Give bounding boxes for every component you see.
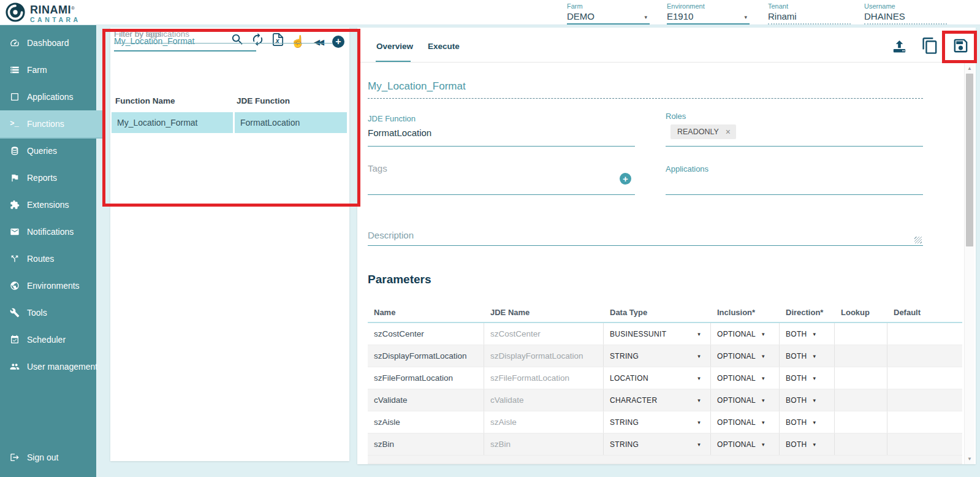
selector-label: Environment bbox=[667, 2, 750, 10]
direction-select[interactable]: BOTH ▾ bbox=[780, 367, 835, 389]
dropdown-arrow-icon: ▾ bbox=[813, 441, 816, 448]
inclusion-select[interactable]: OPTIONAL ▾ bbox=[711, 389, 780, 411]
default-cell[interactable] bbox=[887, 389, 962, 411]
toolbar-button-upload[interactable] bbox=[889, 37, 909, 57]
textarea-resize-handle[interactable] bbox=[914, 237, 922, 243]
function-list-header: Function Name JDE Function bbox=[110, 96, 349, 111]
scrollbar-thumb[interactable] bbox=[966, 74, 973, 246]
function-list-panel: x ☝ ◀◀ + Function N bbox=[110, 28, 349, 461]
sidebar-item-environments[interactable]: Environments bbox=[0, 272, 96, 299]
function-detail-panel: Overview Execute My_Location_Format bbox=[357, 28, 976, 464]
dropdown-arrow-icon: ▾ bbox=[762, 419, 765, 425]
selector-environment[interactable]: Environment E1910 ▾ bbox=[667, 2, 750, 23]
selector-value[interactable]: E1910 ▾ bbox=[667, 11, 750, 25]
description-field[interactable]: Description bbox=[368, 230, 923, 246]
sidebar-item-label: Scheduler bbox=[27, 335, 66, 345]
sidebar-item-functions[interactable]: >_ Functions bbox=[0, 110, 103, 137]
applications-field[interactable]: Applications bbox=[666, 163, 923, 195]
chip-remove-icon[interactable]: × bbox=[726, 128, 731, 136]
sidebar-item-queries[interactable]: Queries bbox=[0, 137, 96, 164]
add-tag-button[interactable]: + bbox=[620, 173, 631, 185]
sidebar-item-notifications[interactable]: Notifications bbox=[0, 218, 96, 245]
param-jde-name-cell: szAisle bbox=[484, 411, 604, 433]
roles-field[interactable]: Roles READONLY × bbox=[666, 112, 923, 147]
tags-field[interactable]: Tags + bbox=[368, 163, 635, 195]
inclusion-select[interactable]: OPTIONAL ▾ bbox=[711, 345, 780, 367]
table-row-partial bbox=[368, 456, 962, 464]
parameter-row-szfileformatlocation: szFileFormatLocation szFileFormatLocatio… bbox=[368, 367, 962, 389]
selector-tenant[interactable]: Tenant Rinami ▾ bbox=[768, 2, 851, 23]
selector-value[interactable]: DEMO ▾ bbox=[567, 11, 650, 25]
data-type-select[interactable]: LOCATION ▾ bbox=[604, 367, 711, 389]
selector-farm[interactable]: Farm DEMO ▾ bbox=[567, 2, 650, 23]
upload-icon bbox=[891, 37, 908, 58]
function-row-my-location-format[interactable]: My_Location_Format FormatLocation bbox=[112, 112, 348, 133]
lookup-cell[interactable] bbox=[835, 323, 887, 345]
data-type-select[interactable]: BUSINESSUNIT ▾ bbox=[604, 323, 711, 345]
users-icon bbox=[9, 362, 20, 372]
inclusion-select[interactable]: OPTIONAL ▾ bbox=[711, 367, 780, 389]
param-jde-name-cell: szCostCenter bbox=[484, 323, 604, 345]
sidebar-item-farm[interactable]: Farm bbox=[0, 56, 96, 83]
direction-select[interactable]: BOTH ▾ bbox=[780, 411, 835, 433]
dropdown-arrow-icon: ▾ bbox=[697, 331, 701, 337]
sidebar-item-tools[interactable]: Tools bbox=[0, 299, 96, 326]
direction-select[interactable]: BOTH ▾ bbox=[780, 345, 835, 367]
toolbar-button-copy[interactable] bbox=[920, 37, 940, 57]
envelope-icon bbox=[9, 227, 20, 237]
scroll-down-icon[interactable]: ▼ bbox=[967, 456, 972, 462]
data-type-select[interactable]: STRING ▾ bbox=[604, 411, 711, 433]
inclusion-select[interactable]: OPTIONAL ▾ bbox=[711, 411, 780, 433]
plus-circle-icon: + bbox=[620, 173, 631, 185]
inclusion-select[interactable]: OPTIONAL ▾ bbox=[711, 323, 780, 345]
sidebar-item-scheduler[interactable]: Scheduler bbox=[0, 326, 96, 353]
column-header-jde-name: JDE Name bbox=[484, 308, 604, 317]
column-header-lookup: Lookup bbox=[835, 308, 887, 317]
selector-value[interactable]: DHAINES ▾ bbox=[864, 11, 947, 25]
dropdown-arrow-icon: ▾ bbox=[762, 441, 765, 448]
lookup-cell[interactable] bbox=[835, 433, 887, 455]
toolbar-button-save[interactable] bbox=[951, 37, 970, 57]
sidebar-item-applications[interactable]: Applications bbox=[0, 83, 96, 110]
role-chip-readonly[interactable]: READONLY × bbox=[670, 124, 736, 139]
column-header-name: Name bbox=[368, 308, 484, 317]
sidebar-item-dashboard[interactable]: Dashboard bbox=[0, 29, 96, 56]
jde-function-value[interactable]: FormatLocation bbox=[368, 128, 635, 138]
tab-overview[interactable]: Overview bbox=[376, 42, 413, 51]
dropdown-arrow-icon: ▾ bbox=[813, 375, 816, 381]
default-cell[interactable] bbox=[887, 345, 962, 367]
parameters-table-body: szCostCenter szCostCenter BUSINESSUNIT ▾… bbox=[368, 323, 962, 456]
lookup-cell[interactable] bbox=[835, 367, 887, 389]
sidebar-item-reports[interactable]: Reports bbox=[0, 164, 96, 191]
default-cell[interactable] bbox=[887, 323, 962, 345]
data-type-select[interactable]: STRING ▾ bbox=[604, 345, 711, 367]
param-name-cell: szFileFormatLocation bbox=[368, 367, 484, 389]
jde-function-field[interactable]: JDE Function FormatLocation bbox=[368, 114, 635, 147]
scroll-up-icon[interactable]: ▲ bbox=[967, 66, 972, 71]
sidebar-item-extensions[interactable]: Extensions bbox=[0, 191, 96, 218]
lookup-cell[interactable] bbox=[835, 389, 887, 411]
inclusion-select[interactable]: OPTIONAL ▾ bbox=[711, 433, 780, 455]
selector-username[interactable]: Username DHAINES ▾ bbox=[864, 2, 947, 23]
default-cell[interactable] bbox=[887, 367, 962, 389]
tab-execute[interactable]: Execute bbox=[428, 42, 460, 51]
dropdown-arrow-icon: ▾ bbox=[697, 375, 701, 381]
direction-select[interactable]: BOTH ▾ bbox=[780, 323, 835, 345]
sidebar-item-label: Queries bbox=[27, 146, 57, 156]
direction-select[interactable]: BOTH ▾ bbox=[780, 389, 835, 411]
data-type-select[interactable]: CHARACTER ▾ bbox=[604, 389, 711, 411]
selector-value[interactable]: Rinami ▾ bbox=[768, 11, 851, 25]
sidebar-item-user-management[interactable]: User management bbox=[0, 353, 96, 380]
filter-input[interactable] bbox=[114, 28, 332, 44]
toolbar-button-add[interactable]: + bbox=[330, 32, 347, 50]
lookup-cell[interactable] bbox=[835, 345, 887, 367]
direction-select[interactable]: BOTH ▾ bbox=[780, 433, 835, 455]
sidebar-item-routes[interactable]: Routes bbox=[0, 245, 96, 272]
vertical-scrollbar[interactable]: ▲ ▼ bbox=[964, 63, 974, 464]
lookup-cell[interactable] bbox=[835, 411, 887, 433]
data-type-select[interactable]: STRING ▾ bbox=[604, 433, 711, 455]
sidebar-item-label: Environments bbox=[27, 281, 80, 291]
default-cell[interactable] bbox=[887, 433, 962, 455]
sidebar-item-sign-out[interactable]: Sign out bbox=[0, 444, 96, 471]
default-cell[interactable] bbox=[887, 411, 962, 433]
